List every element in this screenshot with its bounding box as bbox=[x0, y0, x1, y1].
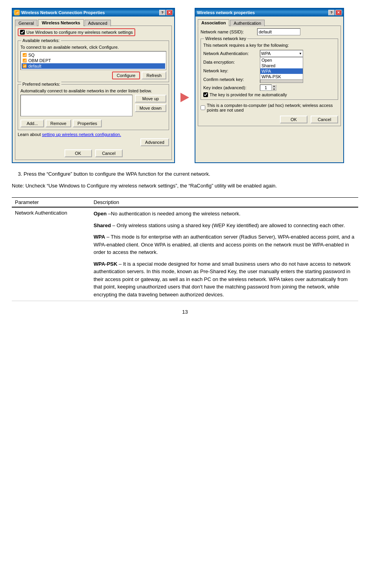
network-name-sq: SQ bbox=[28, 53, 35, 57]
key-index-input[interactable] bbox=[260, 85, 272, 91]
tab-authentication[interactable]: Authentication bbox=[230, 20, 265, 26]
term-open: Open bbox=[94, 211, 107, 217]
text-wpa: – This mode is for enterprise with an au… bbox=[94, 234, 354, 255]
step-container: Press the “Configure” button to configur… bbox=[12, 170, 358, 178]
arrow-container bbox=[179, 31, 191, 163]
dialog1-tab-content: Use Windows to configure my wireless net… bbox=[15, 26, 172, 160]
tab-association[interactable]: Association bbox=[198, 19, 229, 26]
option-shared[interactable]: Shared bbox=[260, 63, 303, 68]
note-label: Note: bbox=[12, 183, 24, 189]
wifi-icon-default: 📶 bbox=[22, 64, 27, 68]
key-index-label: Key index (advanced): bbox=[203, 85, 258, 90]
add-button[interactable]: Add... bbox=[20, 119, 44, 127]
term-wpa: WPA bbox=[94, 234, 105, 240]
adhoc-checkbox[interactable] bbox=[201, 105, 205, 110]
dropdown-arrow-icon: ▼ bbox=[299, 52, 302, 55]
dialog1-title: Wireless Network Connection Properties bbox=[21, 10, 105, 15]
adhoc-row: This is a computer-to-computer (ad hoc) … bbox=[201, 103, 338, 112]
note-text: Uncheck “Use Windows to Configure my wir… bbox=[26, 183, 277, 189]
term-wpapsk: WPA-PSK bbox=[94, 261, 117, 267]
dialog2-footer: OK Cancel bbox=[201, 116, 338, 123]
network-item-obm[interactable]: 📶 OBM DEPT bbox=[22, 58, 165, 63]
desc-shared: Shared – Only wireless stations using a … bbox=[94, 222, 355, 230]
wifi-icon-sq: 📶 bbox=[22, 53, 27, 57]
parameter-table: Parameter Description Network Authentica… bbox=[12, 197, 358, 301]
dialog2-tabs: Association Authentication bbox=[198, 19, 341, 26]
spinner-up-btn[interactable]: ▲ bbox=[272, 85, 276, 88]
tab-advanced-dialog1[interactable]: Advanced bbox=[85, 20, 111, 26]
dialog2-body: Association Authentication Network name … bbox=[195, 17, 343, 129]
option-open[interactable]: Open bbox=[260, 57, 303, 63]
auto-key-checkbox[interactable] bbox=[203, 92, 208, 97]
dialog2-cancel-button[interactable]: Cancel bbox=[311, 116, 338, 123]
learn-about-container: Learn about setting up wireless network … bbox=[18, 132, 169, 137]
advanced-btn-container: Advanced bbox=[18, 138, 169, 146]
move-down-button[interactable]: Move down bbox=[135, 104, 166, 112]
use-windows-check-container: Use Windows to configure my wireless net… bbox=[18, 28, 135, 36]
dialog2-titlebar: Wireless network properties ? ✕ bbox=[195, 9, 343, 17]
network-item-default[interactable]: 📶 default bbox=[22, 63, 165, 69]
dialog2-ok-button[interactable]: OK bbox=[280, 116, 307, 123]
auto-key-label: The key is provided for me automatically bbox=[210, 92, 287, 97]
spinner-down-btn[interactable]: ▼ bbox=[272, 88, 276, 91]
wireless-key-group: Wireless network key This network requir… bbox=[201, 39, 338, 100]
text-open: –No authentication is needed among the w… bbox=[107, 211, 240, 217]
dialog1-icon: 📶 bbox=[14, 10, 20, 15]
network-item-sq[interactable]: 📶 SQ bbox=[22, 52, 165, 58]
properties-button[interactable]: Properties bbox=[73, 119, 102, 127]
dialog1-help-btn[interactable]: ? bbox=[159, 10, 166, 15]
learn-about-link[interactable]: setting up wireless network configuratio… bbox=[42, 132, 121, 137]
refresh-button[interactable]: Refresh bbox=[142, 72, 166, 79]
network-auth-dropdown[interactable]: WPA ▼ Open Shared WPA WPA-PSK bbox=[260, 50, 303, 57]
key-index-row: Key index (advanced): ▲ ▼ bbox=[203, 85, 335, 91]
network-name-input[interactable] bbox=[257, 28, 300, 35]
param-desc-cell: Open –No authentication is needed among … bbox=[90, 207, 358, 301]
note-container: Note: Uncheck “Use Windows to Configure … bbox=[12, 182, 358, 190]
available-networks-title: Available networks: bbox=[21, 38, 61, 43]
remove-button[interactable]: Remove bbox=[46, 119, 71, 127]
use-windows-checkbox[interactable] bbox=[20, 30, 25, 35]
preferred-networks-group: Preferred networks: Automatically connec… bbox=[18, 84, 169, 130]
move-up-button[interactable]: Move up bbox=[135, 95, 166, 103]
confirm-key-label: Confirm network key: bbox=[203, 77, 258, 82]
dialog2-help-btn[interactable]: ? bbox=[328, 10, 335, 15]
dialog1-body: General Wireless Networks Advanced Use W… bbox=[13, 17, 174, 162]
desc-wpa: WPA – This mode is for enterprise with a… bbox=[94, 233, 355, 256]
advanced-button[interactable]: Advanced bbox=[140, 138, 169, 146]
dialog1-cancel-button[interactable]: Cancel bbox=[95, 149, 123, 157]
available-networks-list: 📶 SQ 📶 OBM DEPT 📶 default bbox=[20, 51, 166, 70]
dialog1-ok-button[interactable]: OK bbox=[64, 149, 92, 157]
network-name-row: Network name (SSID): bbox=[201, 28, 338, 35]
desc-col-header: Description bbox=[90, 198, 358, 208]
right-arrow-icon bbox=[180, 93, 189, 102]
network-auth-label: Network Authentication: bbox=[203, 51, 258, 56]
dialog2-title: Wireless network properties bbox=[197, 10, 255, 15]
network-name-obm: OBM DEPT bbox=[28, 58, 51, 63]
dialog1-close-btn[interactable]: ✕ bbox=[166, 10, 173, 15]
configure-button[interactable]: Configure bbox=[112, 72, 140, 79]
network-name-label: Network name (SSID): bbox=[201, 29, 256, 34]
tab-general[interactable]: General bbox=[15, 20, 37, 26]
preferred-networks-side-btns: Move up Move down bbox=[135, 95, 166, 118]
preferred-networks-title: Preferred networks: bbox=[21, 82, 61, 86]
option-wpapsk[interactable]: WPA-PSK bbox=[260, 74, 303, 79]
dialog-wireless-properties: 📶 Wireless Network Connection Properties… bbox=[12, 8, 175, 163]
available-networks-buttons: Configure Refresh bbox=[20, 72, 166, 79]
network-auth-selected: WPA bbox=[261, 51, 271, 56]
available-networks-subtitle: To connect to an available network, clic… bbox=[20, 45, 166, 50]
available-networks-group: Available networks: To connect to an ava… bbox=[18, 40, 169, 82]
network-auth-dropdown-btn[interactable]: WPA ▼ bbox=[260, 50, 303, 57]
use-windows-label: Use Windows to configure my wireless net… bbox=[26, 30, 133, 35]
data-enc-label: Data encryption: bbox=[203, 60, 258, 64]
param-name-cell: Network Authentication bbox=[12, 207, 90, 301]
desc-wpapsk: WPA-PSK – It is a special mode designed … bbox=[94, 260, 355, 299]
table-row-network-auth: Network Authentication Open –No authenti… bbox=[12, 207, 358, 301]
network-key-label: Network key: bbox=[203, 68, 258, 73]
option-wpa[interactable]: WPA bbox=[260, 68, 303, 74]
desc-open: Open –No authentication is needed among … bbox=[94, 210, 355, 218]
param-col-header: Parameter bbox=[12, 198, 90, 208]
step-3-text: Press the “Configure” button to configur… bbox=[24, 171, 210, 177]
tab-wireless-networks[interactable]: Wireless Networks bbox=[38, 19, 84, 26]
text-wpapsk: – It is a special mode designed for home… bbox=[94, 261, 351, 298]
dialog2-close-btn[interactable]: ✕ bbox=[335, 10, 342, 15]
